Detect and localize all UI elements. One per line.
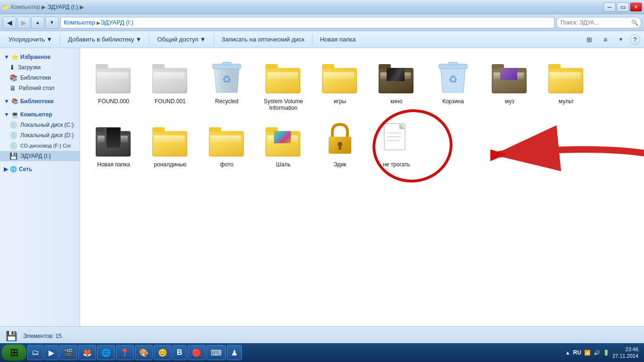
add-library-button[interactable]: Добавить в библиотеку ▼: [63, 33, 146, 46]
file-item-recycled[interactable]: ♻ Recycled: [201, 56, 253, 114]
libraries-icon: 📚: [9, 74, 17, 82]
edik-label: Эдик: [333, 161, 346, 168]
svg-rect-6: [448, 62, 458, 65]
forward-button[interactable]: ▶: [17, 16, 30, 29]
file-item-edik[interactable]: Эдик: [314, 119, 366, 171]
found001-label: FOUND.001: [155, 98, 186, 105]
svg-text:♻: ♻: [222, 74, 231, 85]
sidebar-item-d[interactable]: 💿 Локальный диск (D:): [0, 130, 80, 140]
toolbar-separator-4: [312, 34, 313, 45]
file-item-igry[interactable]: игры: [314, 56, 366, 114]
downloads-icon: ⬇: [9, 64, 15, 71]
file-item-foto[interactable]: фото: [201, 119, 253, 171]
sidebar-favorites-header[interactable]: ▼ ⭐ Избранное: [0, 52, 80, 62]
computer-icon: 💻: [11, 111, 18, 118]
back-button[interactable]: ◀: [3, 16, 16, 29]
netrogat-doc-svg: [382, 123, 411, 158]
taskbar-item-media[interactable]: ▶: [44, 345, 58, 360]
taskbar-item-video[interactable]: 🎬: [59, 345, 77, 360]
libraries-chevron-icon: ▼: [4, 98, 9, 105]
sidebar-item-f[interactable]: 💿 CD-дисковод (F:) Cor: [0, 140, 80, 151]
recycled-icon: ♻: [208, 58, 246, 96]
edik-lock-svg: [325, 123, 355, 158]
sidebar-item-libraries[interactable]: 📚 Библиотеки: [0, 73, 80, 83]
sidebar-item-c[interactable]: 💿 Локальный диск (C:): [0, 120, 80, 130]
toolbar-separator-3: [214, 34, 214, 45]
d-drive-label: Локальный диск (D:): [20, 132, 74, 139]
sidebar-network-header[interactable]: ▶ 🌐 Сеть: [0, 164, 80, 174]
network-label: Сеть: [19, 166, 32, 173]
sidebar-item-downloads[interactable]: ⬇ Загрузки: [0, 62, 80, 73]
path-drive[interactable]: ЭДУАРД (I:): [100, 19, 133, 26]
maximize-button[interactable]: ▭: [617, 2, 629, 12]
taskbar-item-browser2[interactable]: 🌐: [97, 345, 115, 360]
file-item-found000[interactable]: FOUND.000: [88, 56, 140, 114]
sidebar-libraries-header[interactable]: ▼ 📚 Библиотеки: [0, 96, 80, 107]
file-item-sysvolinfo[interactable]: System Volume Information: [257, 56, 309, 114]
svg-rect-2: [222, 62, 231, 65]
taskbar-item-explorer[interactable]: 🗂: [27, 345, 43, 360]
libraries-label-fav: Библиотеки: [20, 74, 51, 81]
search-wrap: 🔍: [556, 17, 641, 28]
chevron-icon: ▼: [4, 54, 9, 60]
korzina-label: Корзина: [442, 98, 464, 105]
burn-button[interactable]: Записать на оптический диск: [217, 33, 309, 46]
sidebar-computer-header[interactable]: ▼ 💻 Компьютер: [0, 109, 80, 120]
taskbar-item-browser1[interactable]: 🦊: [78, 345, 96, 360]
toolbar: Упорядочить ▼ Добавить в библиотеку ▼ Об…: [0, 31, 644, 48]
found000-icon: [95, 58, 132, 96]
tray-expand-icon[interactable]: ▲: [565, 350, 570, 355]
taskbar-item-maps[interactable]: 📍: [116, 345, 134, 360]
help-button[interactable]: ?: [630, 34, 640, 45]
file-item-ronaldinho[interactable]: роналдинью: [144, 119, 196, 171]
start-button[interactable]: ⊞: [2, 345, 26, 361]
f-drive-label: CD-дисковод (F:) Cor: [20, 143, 71, 148]
view-chevron-button[interactable]: ▼: [614, 33, 628, 46]
computer-label: Компьютер: [20, 111, 52, 118]
paint-icon: 🎨: [139, 348, 149, 357]
taskbar-item-odnoklassniki[interactable]: 😊: [154, 345, 172, 360]
taskbar-item-vk[interactable]: В: [173, 345, 187, 360]
file-item-shal[interactable]: Шаль: [257, 119, 309, 171]
ronaldinho-icon: [151, 122, 189, 159]
file-item-novaya[interactable]: Новая папка: [88, 119, 140, 171]
organize-button[interactable]: Упорядочить ▼: [4, 33, 57, 46]
edik-icon: [321, 122, 359, 159]
taskbar-item-red[interactable]: 🔴: [188, 345, 206, 360]
address-bar: ◀ ▶ ▲ ▼ Компьютер ЭДУАРД (I:) 🔍: [0, 14, 644, 31]
sidebar-libraries-section: ▼ 📚 Библиотеки: [0, 96, 80, 107]
address-path[interactable]: Компьютер ЭДУАРД (I:): [60, 17, 554, 28]
taskbar-item-chess[interactable]: ♟: [227, 345, 242, 360]
share-button[interactable]: Общий доступ ▼: [152, 33, 210, 46]
system-tray: ▲ RU 📶 🔊 🔋 23:46 27.11.2014: [561, 346, 642, 360]
title-bar-left: 📁 Компьютер ▶ ЭДУАРД (I:) ▶: [2, 4, 84, 10]
status-drive-icon: 💾: [6, 330, 17, 342]
sidebar-favorites-section: ▼ ⭐ Избранное ⬇ Загрузки 📚 Библиотеки 🖥 …: [0, 52, 80, 93]
up-button[interactable]: ▲: [31, 16, 44, 29]
taskbar: ⊞ 🗂 ▶ 🎬 🦊 🌐 📍 🎨 😊 В 🔴 ⌨ ♟ ▲ RU 📶 🔊: [0, 343, 644, 362]
network-icon: 🌐: [10, 166, 17, 173]
path-computer[interactable]: Компьютер: [64, 19, 100, 26]
view-details-button[interactable]: ≡: [599, 33, 612, 46]
minimize-button[interactable]: ─: [603, 2, 616, 12]
file-item-mult[interactable]: мульт: [540, 56, 592, 114]
file-item-netrogat[interactable]: не трогать: [371, 119, 422, 171]
novaya-icon: [95, 122, 132, 159]
file-area: FOUND.000 FOUND.001: [80, 48, 644, 326]
taskbar-item-paint[interactable]: 🎨: [135, 345, 153, 360]
view-icons-button[interactable]: ⊞: [582, 33, 597, 46]
file-item-kino[interactable]: кино: [371, 56, 422, 114]
file-item-found001[interactable]: FOUND.001: [144, 56, 196, 114]
organize-label: Упорядочить: [8, 36, 45, 43]
close-button[interactable]: ✕: [630, 2, 642, 12]
recent-button[interactable]: ▼: [45, 16, 58, 29]
sidebar-item-desktop[interactable]: 🖥 Рабочий стол: [0, 83, 80, 93]
search-input[interactable]: [556, 17, 641, 28]
file-item-korzina[interactable]: ♻ Корзина: [427, 56, 479, 114]
file-item-muz[interactable]: муз: [484, 56, 536, 114]
toolbar-separator-2: [149, 34, 149, 45]
found000-label: FOUND.000: [98, 98, 129, 105]
taskbar-item-kbd[interactable]: ⌨: [206, 345, 226, 360]
new-folder-button[interactable]: Новая папка: [315, 33, 361, 46]
sidebar-item-i[interactable]: 💾 ЭДУАРД (I:): [0, 151, 80, 161]
